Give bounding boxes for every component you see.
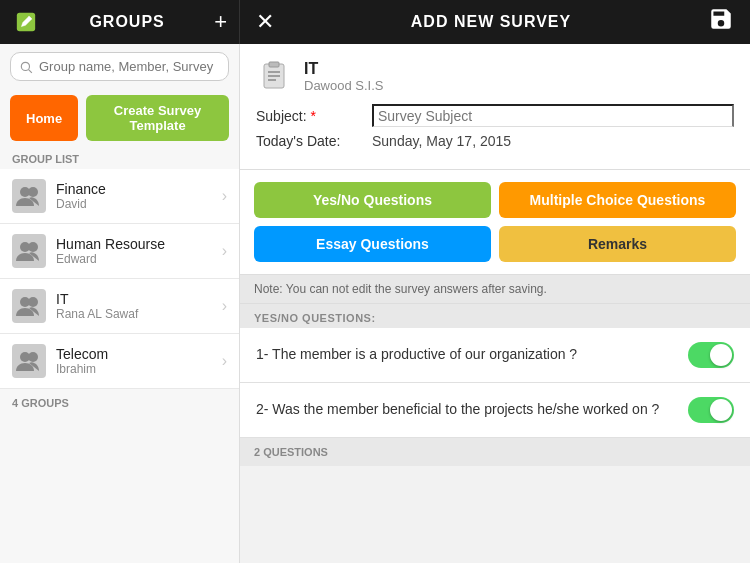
add-group-button[interactable]: + <box>214 9 227 35</box>
question-item: 1- The member is a productive of our org… <box>240 328 750 383</box>
group-list-header: GROUP LIST <box>0 147 239 169</box>
question-toggle[interactable] <box>688 397 734 423</box>
note-bar: Note: You can not edit the survey answer… <box>240 275 750 304</box>
group-list-item[interactable]: IT Rana AL Sawaf › <box>0 279 239 334</box>
date-value: Sunday, May 17, 2015 <box>372 133 511 149</box>
essay-button[interactable]: Essay Questions <box>254 226 491 262</box>
chevron-right-icon: › <box>222 242 227 260</box>
subject-label: Subject: * <box>256 108 366 124</box>
survey-group-info: IT Dawood S.I.S <box>256 58 734 94</box>
svg-rect-10 <box>269 62 279 67</box>
questions-section-header: YES/NO QUESTIONS: <box>240 304 750 328</box>
svg-point-8 <box>28 352 38 362</box>
survey-group-details: IT Dawood S.I.S <box>304 60 384 93</box>
group-list-item[interactable]: Finance David › <box>0 169 239 224</box>
group-member: Ibrahim <box>56 362 222 376</box>
group-member: David <box>56 197 222 211</box>
yes-no-button[interactable]: Yes/No Questions <box>254 182 491 218</box>
main-content: Home Create Survey Template GROUP LIST F… <box>0 44 750 563</box>
svg-point-2 <box>28 187 38 197</box>
left-panel: Home Create Survey Template GROUP LIST F… <box>0 44 240 563</box>
questions-section-title: YES/NO QUESTIONS: <box>254 312 736 324</box>
survey-clipboard-icon <box>256 58 292 94</box>
search-bar <box>0 44 239 89</box>
group-info: IT Rana AL Sawaf <box>56 291 222 321</box>
right-panel: IT Dawood S.I.S Subject: * Today's Date:… <box>240 44 750 563</box>
groups-count: 4 GROUPS <box>0 389 239 417</box>
svg-point-6 <box>28 297 38 307</box>
right-header-bar: ✕ ADD NEW SURVEY <box>240 0 750 44</box>
edit-icon[interactable] <box>12 8 40 36</box>
left-header-bar: GROUPS + <box>0 0 240 44</box>
group-avatar <box>12 179 46 213</box>
survey-group-name: IT <box>304 60 384 78</box>
close-button[interactable]: ✕ <box>256 9 274 35</box>
group-list-item[interactable]: Telecom Ibrahim › <box>0 334 239 389</box>
questions-count: 2 QUESTIONS <box>240 438 750 466</box>
survey-date-row: Today's Date: Sunday, May 17, 2015 <box>256 133 734 149</box>
survey-header: IT Dawood S.I.S Subject: * Today's Date:… <box>240 44 750 170</box>
survey-group-sub: Dawood S.I.S <box>304 78 384 93</box>
group-member: Edward <box>56 252 222 266</box>
group-name: Telecom <box>56 346 222 362</box>
group-avatar <box>12 234 46 268</box>
group-avatar <box>12 344 46 378</box>
group-name: Finance <box>56 181 222 197</box>
group-list-item[interactable]: Human Resourse Edward › <box>0 224 239 279</box>
action-buttons: Home Create Survey Template <box>0 89 239 147</box>
create-survey-button[interactable]: Create Survey Template <box>86 95 229 141</box>
group-info: Human Resourse Edward <box>56 236 222 266</box>
question-text: 2- Was the member beneficial to the proj… <box>256 400 672 420</box>
home-button[interactable]: Home <box>10 95 78 141</box>
group-avatar <box>12 289 46 323</box>
group-name: Human Resourse <box>56 236 222 252</box>
question-item: 2- Was the member beneficial to the proj… <box>240 383 750 438</box>
group-info: Finance David <box>56 181 222 211</box>
question-type-buttons: Yes/No Questions Multiple Choice Questio… <box>240 170 750 275</box>
search-input[interactable] <box>10 52 229 81</box>
date-label: Today's Date: <box>256 133 366 149</box>
questions-list: 1- The member is a productive of our org… <box>240 328 750 438</box>
save-button[interactable] <box>708 6 734 38</box>
multiple-choice-button[interactable]: Multiple Choice Questions <box>499 182 736 218</box>
subject-input[interactable] <box>372 104 734 127</box>
remarks-button[interactable]: Remarks <box>499 226 736 262</box>
survey-subject-row: Subject: * <box>256 104 734 127</box>
question-toggle[interactable] <box>688 342 734 368</box>
group-member: Rana AL Sawaf <box>56 307 222 321</box>
right-header-title: ADD NEW SURVEY <box>274 13 708 31</box>
top-header: GROUPS + ✕ ADD NEW SURVEY <box>0 0 750 44</box>
required-indicator: * <box>310 108 315 124</box>
question-text: 1- The member is a productive of our org… <box>256 345 672 365</box>
group-name: IT <box>56 291 222 307</box>
svg-point-4 <box>28 242 38 252</box>
group-list: Finance David › Human Resourse Edward › <box>0 169 239 389</box>
chevron-right-icon: › <box>222 297 227 315</box>
left-header-title: GROUPS <box>40 13 214 31</box>
chevron-right-icon: › <box>222 187 227 205</box>
group-info: Telecom Ibrahim <box>56 346 222 376</box>
chevron-right-icon: › <box>222 352 227 370</box>
